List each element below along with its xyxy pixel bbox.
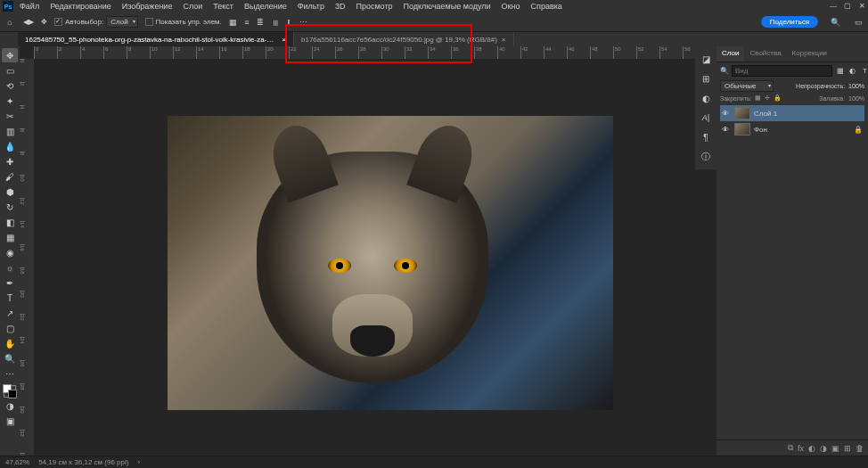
menu-select[interactable]: Выделение — [240, 2, 291, 11]
path-tool[interactable]: ↗ — [2, 306, 18, 320]
lock-pixels-icon[interactable]: ▦ — [755, 94, 761, 102]
dodge-tool[interactable]: ☼ — [2, 260, 18, 275]
info-panel-icon[interactable]: ⓘ — [699, 150, 713, 164]
caret-icon[interactable]: ◀▶ — [23, 18, 34, 26]
window-controls: — ▢ ✕ — [829, 1, 866, 10]
move-tool[interactable]: ✥ — [2, 48, 18, 62]
layer-row[interactable]: 👁 Фон 🔒 — [720, 121, 864, 137]
color-panel-icon[interactable]: ◪ — [699, 52, 713, 66]
crop-tool[interactable]: ✂ — [2, 109, 18, 123]
visibility-icon[interactable]: 👁 — [722, 126, 731, 134]
eraser-tool[interactable]: ◧ — [2, 215, 18, 229]
filter-pixel-icon[interactable]: ▦ — [835, 66, 845, 76]
menu-window[interactable]: Окно — [497, 2, 525, 11]
blend-mode-dropdown[interactable]: Обычные — [720, 80, 774, 92]
type-tool[interactable]: T — [2, 291, 18, 305]
menu-file[interactable]: Файл — [15, 2, 44, 11]
share-button[interactable]: Поделиться — [761, 16, 818, 28]
color-swatches[interactable] — [4, 385, 16, 398]
tab-close-icon[interactable]: × — [282, 36, 286, 44]
eyedropper-tool[interactable]: 💧 — [2, 139, 18, 153]
options-bar: ⌂ ◀▶ ✥ Автовыбор: Слой Показать упр. эле… — [0, 12, 868, 32]
paragraph-panel-icon[interactable]: ¶ — [699, 130, 713, 144]
brush-tool[interactable]: 🖌 — [2, 169, 18, 184]
tab-corrections[interactable]: Коррекции — [787, 46, 832, 62]
new-layer-icon[interactable]: ⊞ — [844, 444, 851, 453]
layer-name[interactable]: Слой 1 — [754, 110, 777, 118]
show-controls-checkbox[interactable] — [145, 18, 153, 26]
lock-all-icon[interactable]: 🔒 — [774, 94, 782, 102]
fill-value[interactable]: 100% — [848, 95, 864, 102]
tab-close-icon[interactable]: × — [502, 36, 506, 44]
auto-select-checkbox[interactable] — [54, 18, 62, 26]
marquee-tool[interactable]: ▭ — [2, 63, 18, 78]
delete-layer-icon[interactable]: 🗑 — [856, 444, 864, 453]
menu-edit[interactable]: Редактирование — [45, 2, 116, 11]
align-icons[interactable]: ▦ ≡ ≣ ⫼ ⫿ ⋯ — [229, 18, 310, 27]
stamp-tool[interactable]: ⬢ — [2, 185, 18, 199]
tab-layers[interactable]: Слои — [717, 46, 744, 62]
menu-image[interactable]: Изображение — [118, 2, 177, 11]
canvas-area[interactable]: 0246810121416182022242628303234363840424… — [20, 46, 717, 456]
blur-tool[interactable]: ◉ — [2, 245, 18, 259]
menu-view[interactable]: Просмотр — [351, 2, 397, 11]
lock-label: Закрепить: — [720, 95, 751, 102]
auto-select-dropdown[interactable]: Слой — [106, 16, 137, 28]
visibility-icon[interactable]: 👁 — [722, 110, 731, 118]
layer-search-input[interactable] — [732, 65, 832, 77]
close-icon[interactable]: ✕ — [857, 1, 866, 10]
shape-tool[interactable]: ▢ — [2, 321, 18, 335]
layer-thumbnail[interactable] — [734, 123, 750, 135]
show-controls-label: Показать упр. элем. — [156, 18, 222, 26]
chevron-right-icon[interactable]: › — [137, 458, 140, 466]
swatches-panel-icon[interactable]: ⊞ — [699, 71, 713, 86]
menu-text[interactable]: Текст — [209, 2, 238, 11]
quickmask-tool[interactable]: ◑ — [2, 398, 18, 413]
maximize-icon[interactable]: ▢ — [843, 1, 852, 10]
edit-toolbar-icon[interactable]: ⋯ — [2, 366, 18, 381]
tool-preset-icon[interactable]: ✥ — [41, 18, 47, 26]
wand-tool[interactable]: ✦ — [2, 94, 18, 108]
layer-row[interactable]: 👁 Слой 1 — [720, 105, 864, 121]
adjustments-panel-icon[interactable]: ◐ — [699, 91, 713, 105]
layer-fx-icon[interactable]: fx — [798, 444, 804, 453]
menu-plugins[interactable]: Подключаемые модули — [399, 2, 495, 11]
auto-select-option[interactable]: Автовыбор: Слой — [54, 16, 138, 28]
frame-tool[interactable]: ▥ — [2, 124, 18, 138]
lasso-tool[interactable]: ⟲ — [2, 78, 18, 93]
new-group-icon[interactable]: ▣ — [831, 444, 839, 453]
opacity-value[interactable]: 100% — [848, 83, 864, 89]
lock-position-icon[interactable]: ✢ — [765, 94, 770, 102]
menu-layers[interactable]: Слои — [178, 2, 207, 11]
document-tab-2[interactable]: b176a556116acc7e56acc/dc24f59050.jpg @ 1… — [294, 32, 514, 46]
layer-mask-icon[interactable]: ◐ — [808, 444, 815, 453]
pen-tool[interactable]: ✒ — [2, 275, 18, 290]
home-icon[interactable]: ⌂ — [4, 16, 16, 29]
doc-info[interactable]: 54,19 см x 36,12 см (96 ppi) — [38, 458, 128, 466]
gradient-tool[interactable]: ▦ — [2, 230, 18, 244]
char-panel-icon[interactable]: A| — [699, 111, 713, 125]
document-tab-1[interactable]: 1625485750_55-phonoteka-org-p-zastavka-n… — [18, 32, 294, 46]
menu-3d[interactable]: 3D — [331, 2, 350, 11]
healing-tool[interactable]: ✚ — [2, 154, 18, 168]
screenmode-tool[interactable]: ▣ — [2, 414, 18, 428]
zoom-value[interactable]: 47,62% — [5, 458, 29, 466]
minimize-icon[interactable]: — — [829, 1, 838, 10]
zoom-tool[interactable]: 🔍 — [2, 351, 18, 365]
filter-type-icon[interactable]: T — [860, 66, 868, 76]
document-canvas[interactable] — [168, 116, 613, 410]
menu-filter[interactable]: Фильтр — [293, 2, 329, 11]
search-icon[interactable]: 🔍 — [829, 16, 841, 29]
link-layers-icon[interactable]: ⧉ — [788, 443, 793, 453]
menu-help[interactable]: Справка — [527, 2, 567, 11]
history-brush-tool[interactable]: ↻ — [2, 200, 18, 214]
new-fill-icon[interactable]: ◑ — [820, 444, 827, 453]
layer-thumbnail[interactable] — [734, 107, 750, 119]
tab-properties[interactable]: Свойства — [744, 46, 786, 62]
hand-tool[interactable]: ✋ — [2, 336, 18, 350]
show-controls-option[interactable]: Показать упр. элем. — [145, 18, 222, 26]
tab-label: 1625485750_55-phonoteka-org-p-zastavka-n… — [25, 36, 277, 44]
workspace-icon[interactable]: ▭ — [852, 16, 864, 29]
filter-adjust-icon[interactable]: ◐ — [848, 66, 857, 76]
layer-name[interactable]: Фон — [754, 126, 767, 134]
